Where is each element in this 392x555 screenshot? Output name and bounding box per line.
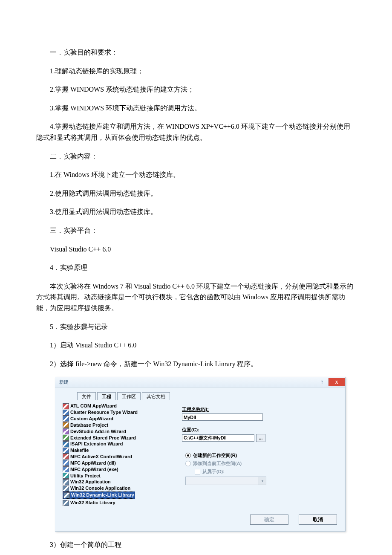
label-location: 位置(C): bbox=[182, 427, 337, 433]
tab-files[interactable]: 文件 bbox=[77, 392, 96, 400]
project-type-item[interactable]: MFC ActiveX ControlWizard bbox=[63, 454, 169, 460]
project-type-icon bbox=[63, 479, 69, 485]
project-type-label: MFC AppWizard (exe) bbox=[70, 466, 118, 473]
checkbox-dependency: 从属于(D): bbox=[195, 468, 337, 475]
req-1: 1.理解动态链接库的实现原理； bbox=[36, 66, 356, 77]
project-name-input[interactable]: MyDll bbox=[182, 413, 263, 421]
project-type-icon bbox=[63, 435, 69, 441]
project-type-item[interactable]: MFC AppWizard (dll) bbox=[63, 460, 169, 466]
radio-add-label: 添加到当前工作空间(A) bbox=[193, 460, 242, 467]
help-button[interactable]: ? bbox=[316, 378, 328, 386]
browse-button[interactable]: ... bbox=[256, 434, 265, 442]
project-type-label: ISAPI Extension Wizard bbox=[70, 441, 123, 447]
project-type-label: Database Project bbox=[70, 422, 108, 428]
project-type-icon bbox=[63, 441, 69, 447]
project-type-label: Extended Stored Proc Wizard bbox=[70, 435, 136, 441]
cancel-button[interactable]: 取消 bbox=[299, 515, 337, 525]
radio-new-label: 创建新的工作空间(R) bbox=[193, 452, 237, 459]
req-3: 3.掌握 WINDOWS 环境下动态链接库的调用方法。 bbox=[36, 103, 356, 114]
radio-icon bbox=[185, 461, 191, 466]
project-type-icon bbox=[63, 460, 69, 466]
req-2: 2.掌握 WINDOWS 系统动态链接库的建立方法； bbox=[36, 84, 356, 95]
tab-workspaces[interactable]: 工作区 bbox=[117, 392, 141, 400]
project-type-icon bbox=[63, 428, 69, 434]
project-type-item[interactable]: Utility Project bbox=[63, 473, 169, 479]
project-type-icon bbox=[63, 448, 69, 454]
new-project-dialog: 新建 ? X 文件 工程 工作区 其它文档 ATL COM AppWizardC… bbox=[55, 377, 346, 532]
project-type-item[interactable]: DevStudio Add-in Wizard bbox=[63, 428, 169, 435]
project-type-label: DevStudio Add-in Wizard bbox=[70, 428, 126, 435]
heading-5: 5．实验步骤与记录 bbox=[36, 321, 356, 332]
project-type-item[interactable]: Cluster Resource Type Wizard bbox=[63, 409, 169, 416]
project-type-item[interactable]: Custom AppWizard bbox=[63, 416, 169, 422]
content-3: 3.使用显式调用法调用动态链接库。 bbox=[36, 206, 356, 217]
checkbox-icon bbox=[195, 469, 200, 474]
project-type-label: ATL COM AppWizard bbox=[70, 403, 117, 409]
dependency-dropdown: ▾ bbox=[185, 477, 266, 485]
content-2: 2.使用隐式调用法调用动态链接库。 bbox=[36, 188, 356, 199]
label-project-name: 工程名称(N): bbox=[182, 406, 337, 413]
step-1: 1）启动 Visual Studio C++ 6.0 bbox=[36, 340, 356, 351]
chevron-down-icon: ▾ bbox=[259, 477, 266, 485]
project-type-icon bbox=[63, 500, 69, 506]
project-type-item[interactable]: Extended Stored Proc Wizard bbox=[63, 435, 169, 441]
dialog-titlebar: 新建 ? X bbox=[55, 377, 345, 387]
project-type-label: Custom AppWizard bbox=[70, 416, 113, 422]
project-type-label: Makefile bbox=[70, 447, 89, 454]
project-type-icon bbox=[63, 486, 69, 491]
project-type-item[interactable]: Makefile bbox=[63, 447, 169, 454]
step-2: 2）选择 file->new 命令，新建一个 Win32 Dynamic-Lin… bbox=[36, 358, 356, 370]
radio-icon bbox=[185, 453, 191, 458]
heading-4: 4．实验原理 bbox=[36, 262, 356, 273]
project-type-item[interactable]: Database Project bbox=[63, 422, 169, 428]
project-type-icon bbox=[63, 466, 69, 472]
project-type-icon bbox=[63, 473, 69, 479]
heading-2: 二．实验内容： bbox=[36, 151, 356, 162]
project-type-item[interactable]: ATL COM AppWizard bbox=[63, 403, 169, 409]
tab-other[interactable]: 其它文档 bbox=[142, 392, 170, 400]
dialog-title: 新建 bbox=[59, 379, 69, 385]
project-type-label: MFC ActiveX ControlWizard bbox=[70, 454, 132, 460]
heading-3: 三．实验平台： bbox=[36, 225, 356, 236]
project-type-item[interactable]: ISAPI Extension Wizard bbox=[63, 441, 169, 447]
project-type-label: Win32 Static Library bbox=[70, 500, 115, 506]
platform: Visual Studio C++ 6.0 bbox=[36, 244, 356, 255]
project-type-icon bbox=[63, 454, 69, 460]
project-type-item[interactable]: Win32 Application bbox=[63, 479, 169, 485]
heading-1: 一．实验目的和要求： bbox=[36, 47, 356, 58]
checkbox-dep-label: 从属于(D): bbox=[202, 468, 225, 475]
project-type-item[interactable]: Win32 Static Library bbox=[63, 500, 169, 506]
project-type-label: Win32 Console Application bbox=[70, 485, 130, 491]
project-type-icon bbox=[63, 416, 69, 422]
project-type-label: Cluster Resource Type Wizard bbox=[70, 409, 138, 416]
project-type-icon bbox=[63, 422, 69, 428]
project-type-item[interactable]: Win32 Console Application bbox=[63, 485, 169, 491]
project-type-list[interactable]: ATL COM AppWizardCluster Resource Type W… bbox=[63, 403, 169, 506]
project-type-icon bbox=[63, 403, 69, 409]
project-type-label: Win32 Dynamic-Link Library bbox=[71, 492, 134, 498]
step-3: 3）创建一个简单的工程 bbox=[36, 539, 356, 550]
principle: 本次实验将在 Windows 7 和 Visual Studio C++ 6.0… bbox=[36, 281, 356, 314]
radio-new-workspace[interactable]: 创建新的工作空间(R) bbox=[185, 452, 337, 459]
project-type-icon bbox=[63, 492, 70, 498]
close-button[interactable]: X bbox=[328, 378, 345, 386]
tab-projects[interactable]: 工程 bbox=[97, 392, 116, 400]
project-type-item[interactable]: MFC AppWizard (exe) bbox=[63, 466, 169, 473]
project-type-label: Win32 Application bbox=[70, 479, 111, 485]
content-1: 1.在 Windows 环境下建立一个动态链接库。 bbox=[36, 169, 356, 180]
req-4: 4.掌握动态链接库建立和调用方法，在 WINDOWS XP+VC++6.0 环境… bbox=[36, 121, 356, 143]
project-type-label: MFC AppWizard (dll) bbox=[70, 460, 116, 466]
ok-button[interactable]: 确定 bbox=[250, 515, 288, 525]
project-type-icon bbox=[63, 410, 69, 416]
project-type-item[interactable]: Win32 Dynamic-Link Library bbox=[63, 491, 135, 499]
project-type-label: Utility Project bbox=[70, 473, 101, 479]
radio-add-workspace: 添加到当前工作空间(A) bbox=[185, 460, 337, 467]
dialog-tabs: 文件 工程 工作区 其它文档 bbox=[77, 393, 337, 400]
location-input[interactable]: C:\C++源文件\MyDll bbox=[182, 434, 254, 442]
